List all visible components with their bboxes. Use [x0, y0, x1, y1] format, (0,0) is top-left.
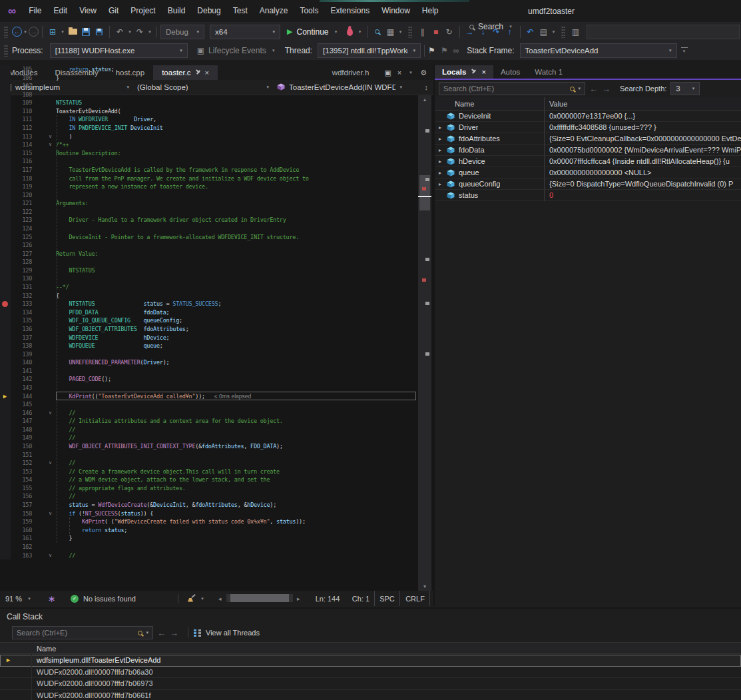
search-back-icon[interactable]: ← — [589, 84, 598, 94]
breakpoint-margin[interactable] — [0, 367, 11, 376]
code-line[interactable]: 113∨ ) — [0, 133, 433, 141]
locals-row[interactable]: status0 — [435, 190, 741, 201]
menu-build[interactable]: Build — [162, 0, 192, 22]
toolbar-grip[interactable] — [4, 26, 8, 38]
code-line[interactable]: 128 — [0, 258, 433, 266]
show-threads-in-source-icon[interactable]: ∞ — [453, 46, 459, 55]
solution-platform-dropdown[interactable]: x64▾ — [210, 25, 280, 39]
expander-icon[interactable]: ▸ — [435, 159, 445, 165]
breakpoint-margin[interactable] — [0, 451, 11, 460]
expander-icon[interactable]: ▸ — [435, 136, 445, 142]
breakpoint-margin[interactable] — [0, 292, 11, 300]
process-dropdown[interactable]: [11188] WUDFHost.exe▾ — [50, 43, 188, 58]
line-ending-indicator[interactable]: CRLF — [401, 591, 430, 606]
continue-button[interactable]: ▶ Continue ▾ — [287, 27, 340, 37]
code-line[interactable]: 127Return Value: — [0, 250, 433, 258]
breakpoint-margin[interactable] — [0, 157, 11, 166]
code-line[interactable]: 148 // — [0, 426, 433, 434]
breakpoint-margin[interactable] — [0, 358, 11, 367]
breakpoint-margin[interactable] — [0, 191, 11, 200]
intellicode-icon[interactable]: ∗ — [48, 591, 56, 606]
breakpoint-margin[interactable] — [0, 334, 11, 342]
chevron-down-icon[interactable]: ▾ — [146, 29, 153, 35]
breakpoint-margin[interactable] — [0, 526, 11, 535]
chevron-down-icon[interactable]: ▾ — [551, 29, 557, 35]
code-line[interactable]: 116 — [0, 157, 433, 166]
breakpoint-margin[interactable] — [0, 518, 11, 526]
expander-icon[interactable]: ▸ — [435, 147, 445, 153]
space-mode-indicator[interactable]: SPC — [374, 591, 400, 606]
breakpoint-margin[interactable] — [0, 133, 11, 141]
breakpoint-margin[interactable] — [0, 224, 11, 233]
code-line[interactable]: 122 — [0, 208, 433, 216]
code-line[interactable]: 106} — [0, 74, 433, 83]
code-line[interactable]: 129 NTSTATUS — [0, 266, 433, 275]
breakpoint-margin[interactable] — [0, 274, 11, 283]
breakpoint-margin[interactable] — [0, 409, 11, 418]
breakpoint-margin[interactable] — [0, 182, 11, 191]
code-line[interactable]: 132{ — [0, 292, 433, 300]
breakpoint-margin[interactable] — [0, 266, 11, 275]
new-item-button[interactable]: ⊞ — [46, 25, 59, 39]
breakpoint-margin[interactable] — [0, 543, 11, 551]
issues-indicator[interactable]: ✓ No issues found — [71, 591, 136, 606]
breakpoint-margin[interactable] — [0, 99, 11, 107]
stop-debugging-button[interactable]: ■ — [429, 25, 443, 39]
locals-row[interactable]: DeviceInit0x0000007e1317ee00 {...} — [435, 111, 741, 122]
expander-icon[interactable]: ▸ — [435, 125, 445, 131]
breakpoint-margin[interactable] — [0, 166, 11, 175]
breakpoint-margin[interactable] — [0, 175, 11, 183]
breakpoint-margin[interactable] — [0, 442, 11, 451]
search-back-icon[interactable]: ← — [157, 628, 166, 638]
locals-search-input[interactable]: Search (Ctrl+E) ▾ — [439, 82, 585, 95]
breakpoint-margin[interactable] — [0, 149, 11, 158]
chevron-down-icon[interactable]: ▾ — [59, 29, 66, 35]
breakpoint-margin[interactable] — [0, 74, 11, 83]
breakpoint-margin[interactable] — [0, 384, 11, 392]
search-forward-icon[interactable]: → — [602, 84, 611, 94]
code-line[interactable]: 118 call from the PnP manager. We create… — [0, 175, 433, 183]
flag-threads-button[interactable]: ⚑ — [428, 46, 435, 55]
code-line[interactable]: 123 Driver - Handle to a framework drive… — [0, 216, 433, 224]
breakpoint-margin[interactable] — [0, 417, 11, 426]
breakpoint-margin[interactable] — [0, 400, 11, 409]
menu-debug[interactable]: Debug — [191, 0, 226, 22]
navigate-forward-button[interactable]: → — [29, 27, 39, 37]
code-line[interactable]: 139 — [0, 350, 433, 359]
toolbar-grip[interactable] — [408, 26, 412, 38]
code-line[interactable]: 147 // Initialize attributes and a conte… — [0, 417, 433, 426]
code-line[interactable]: 119 represent a new instance of toaster … — [0, 182, 433, 191]
value-column-header[interactable]: Value — [544, 97, 741, 111]
menu-view[interactable]: View — [73, 0, 103, 22]
line-indicator[interactable]: Ln: 144 — [312, 591, 344, 606]
zoom-level-dropdown[interactable]: 91 % ▾ — [5, 591, 33, 606]
breakpoint-margin[interactable] — [0, 484, 11, 493]
chevron-down-icon[interactable]: ▾ — [126, 29, 133, 35]
navigate-back-button[interactable]: ← — [12, 27, 22, 37]
breakpoint-margin[interactable] — [0, 510, 11, 518]
menu-analyze[interactable]: Analyze — [254, 0, 294, 22]
code-line[interactable]: 138 WDFQUEUE queue; — [0, 342, 433, 350]
toolbar-search-input[interactable] — [587, 25, 740, 39]
breakpoint-margin[interactable] — [0, 300, 11, 308]
close-icon[interactable]: × — [481, 68, 485, 76]
thread-dropdown[interactable]: [13952] ntdll.dll!TppWorkerThread(▾ — [318, 43, 421, 58]
breakpoint-margin[interactable] — [0, 141, 11, 149]
h-scroll-right-icon[interactable]: ▸ — [297, 591, 300, 606]
breakpoint-margin[interactable] — [0, 199, 11, 208]
editor-horizontal-scrollbar[interactable] — [226, 594, 293, 602]
redo-button[interactable]: ↷ — [133, 25, 146, 39]
code-line[interactable]: 142 PAGED_CODE(); — [0, 375, 433, 384]
code-cleanup-button[interactable]: ▾ — [188, 591, 206, 606]
editor-vertical-scrollbar[interactable]: ▴ ▾ — [418, 95, 431, 591]
breakpoint-margin[interactable] — [0, 534, 11, 543]
breakpoint-margin[interactable] — [0, 124, 11, 133]
code-line[interactable]: 137 WDFDEVICE hDevice; — [0, 334, 433, 342]
code-line[interactable]: 105 return status; — [0, 65, 433, 74]
code-line[interactable]: 125 DeviceInit - Pointer to a framework-… — [0, 233, 433, 242]
menu-git[interactable]: Git — [103, 0, 124, 22]
stack-frame-dropdown[interactable]: ToasterEvtDeviceAdd▾ — [520, 43, 677, 58]
menu-window[interactable]: Window — [375, 0, 416, 22]
code-line[interactable]: 136 WDF_OBJECT_ATTRIBUTES fdoAttributes; — [0, 325, 433, 334]
chevron-down-icon[interactable]: ▾ — [397, 29, 404, 35]
